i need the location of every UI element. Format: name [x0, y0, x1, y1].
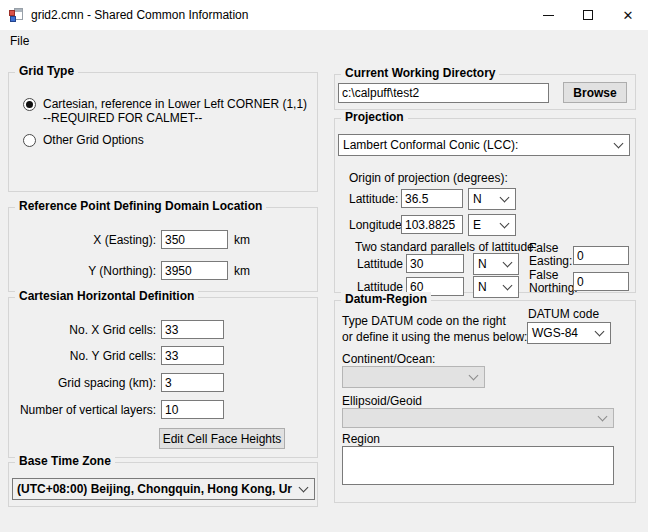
chevron-down-icon	[614, 139, 624, 149]
y-cells-input[interactable]	[161, 346, 224, 365]
radio-other-grid[interactable]: Other Grid Options	[23, 133, 311, 147]
browse-button[interactable]: Browse	[563, 82, 627, 103]
latitude-direction-select[interactable]: N	[468, 188, 516, 210]
latitude1-input[interactable]	[406, 254, 464, 273]
false-northing-label-line2: Northing:	[529, 281, 578, 295]
latitude2-direction-select[interactable]: N	[473, 276, 519, 298]
time-zone-select[interactable]: (UTC+08:00) Beijing, Chongquin, Hong Kon…	[12, 478, 315, 500]
longitude-label: Longitude:	[349, 218, 405, 232]
y-cells-label: No. Y Grid cells:	[11, 349, 161, 363]
chevron-down-icon	[500, 193, 510, 203]
radio-other-grid-icon[interactable]	[23, 134, 36, 147]
group-base-time-zone: Base Time Zone (UTC+08:00) Beijing, Chon…	[8, 462, 318, 507]
window-title: grid2.cmn - Shared Common Information	[31, 8, 248, 22]
false-northing-label-line1: False	[529, 268, 558, 282]
false-easting-label-line1: False	[529, 241, 558, 255]
origin-label: Origin of projection (degrees):	[349, 171, 508, 185]
longitude-input[interactable]	[401, 215, 463, 234]
group-projection: Projection Lambert Conformal Conic (LCC)…	[334, 118, 636, 293]
radio-other-grid-label: Other Grid Options	[43, 133, 144, 147]
false-easting-label-line2: Easting:	[529, 254, 572, 268]
datum-hint-line2: or define it using the menus below:	[342, 330, 527, 344]
vertical-layers-input[interactable]	[161, 400, 224, 419]
chevron-down-icon	[299, 483, 309, 493]
chevron-down-icon	[500, 219, 510, 229]
chevron-down-icon	[595, 327, 605, 337]
group-base-time-zone-title: Base Time Zone	[15, 454, 115, 469]
group-cartesian-definition: Cartesian Horizontal Definition No. X Gr…	[8, 297, 318, 458]
y-northing-input[interactable]	[161, 261, 228, 280]
longitude-direction-select[interactable]: E	[468, 214, 516, 236]
minimize-icon[interactable]	[528, 0, 568, 30]
radio-cartesian[interactable]: Cartesian, reference in Lower Left CORNE…	[23, 97, 311, 125]
title-bar: grid2.cmn - Shared Common Information ✕	[0, 0, 648, 30]
dialog-window: grid2.cmn - Shared Common Information ✕ …	[0, 0, 648, 532]
y-northing-unit: km	[234, 264, 250, 278]
false-northing-input[interactable]	[573, 272, 629, 291]
group-working-directory: Current Working Directory Browse	[334, 74, 636, 110]
group-cartesian-title: Cartesian Horizontal Definition	[15, 289, 198, 304]
x-cells-input[interactable]	[161, 320, 224, 339]
parallels-label: Two standard parallels of lattitude:	[355, 240, 537, 254]
y-northing-label: Y (Northing):	[15, 264, 161, 278]
latitude1-direction-select[interactable]: N	[473, 253, 519, 275]
latitude-label: Lattitude:	[349, 192, 398, 206]
chevron-down-icon	[469, 371, 479, 381]
region-label: Region	[342, 432, 380, 446]
group-grid-type-title: Grid Type	[15, 64, 78, 79]
group-datum-region-title: Datum-Region	[341, 292, 431, 307]
grid-spacing-label: Grid spacing (km):	[11, 376, 161, 390]
group-reference-point-title: Reference Point Defining Domain Location	[15, 199, 266, 214]
continent-ocean-label: Continent/Ocean:	[342, 352, 435, 366]
edit-cell-face-heights-button[interactable]: Edit Cell Face Heights	[159, 428, 285, 449]
group-reference-point: Reference Point Defining Domain Location…	[8, 207, 318, 292]
latitude-input[interactable]	[401, 189, 463, 208]
chevron-down-icon	[598, 412, 608, 422]
chevron-down-icon	[503, 281, 513, 291]
radio-cartesian-icon[interactable]	[23, 98, 36, 111]
group-datum-region: Datum-Region Type DATUM code on the righ…	[334, 300, 636, 503]
working-directory-input[interactable]	[338, 83, 549, 103]
grid-spacing-input[interactable]	[161, 373, 224, 392]
continent-ocean-select	[342, 366, 485, 388]
radio-cartesian-label: Cartesian, reference in Lower Left CORNE…	[43, 97, 307, 125]
ellipsoid-geoid-select	[342, 408, 614, 428]
x-cells-label: No. X Grid cells:	[11, 323, 161, 337]
menu-bar: File	[0, 30, 648, 52]
chevron-down-icon	[503, 258, 513, 268]
maximize-icon[interactable]	[568, 0, 608, 30]
menu-file[interactable]: File	[4, 31, 35, 51]
datum-hint-line1: Type DATUM code on the right	[342, 314, 506, 328]
group-grid-type: Grid Type Cartesian, reference in Lower …	[8, 72, 318, 192]
projection-type-select[interactable]: Lambert Conformal Conic (LCC):	[338, 134, 630, 156]
group-working-directory-title: Current Working Directory	[341, 66, 499, 81]
datum-code-label: DATUM code	[528, 307, 599, 321]
datum-code-select[interactable]: WGS-84	[527, 322, 611, 344]
app-icon	[8, 7, 24, 23]
x-easting-input[interactable]	[161, 230, 228, 249]
vertical-layers-label: Number of vertical layers:	[11, 403, 161, 417]
region-listbox[interactable]	[342, 446, 614, 485]
group-projection-title: Projection	[341, 110, 408, 125]
false-easting-input[interactable]	[573, 246, 629, 265]
x-easting-unit: km	[234, 233, 250, 247]
x-easting-label: X (Easting):	[15, 233, 161, 247]
close-icon[interactable]: ✕	[608, 0, 648, 30]
ellipsoid-geoid-label: Ellipsoid/Geoid	[342, 394, 422, 408]
